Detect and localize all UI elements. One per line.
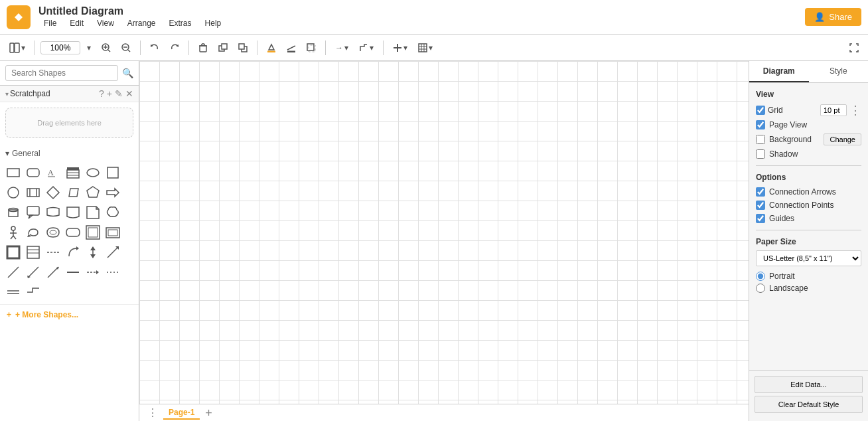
- landscape-row: Landscape: [756, 284, 861, 293]
- to-back-button[interactable]: [234, 41, 252, 55]
- shape-square[interactable]: [104, 163, 122, 182]
- tab-style[interactable]: Style: [809, 61, 869, 82]
- to-front-button[interactable]: [214, 41, 232, 55]
- table-button[interactable]: ▾: [414, 41, 437, 55]
- more-shapes-button[interactable]: + + More Shapes...: [0, 304, 139, 325]
- sidebar-toggle-button[interactable]: ▾: [5, 40, 29, 56]
- scratchpad-help-button[interactable]: ?: [99, 88, 104, 99]
- view-section-title: View: [756, 90, 861, 99]
- shape-bordered-rect[interactable]: [84, 223, 102, 242]
- background-change-button[interactable]: Change: [824, 133, 861, 145]
- menu-file[interactable]: File: [38, 17, 62, 29]
- share-button[interactable]: 👤 Share: [805, 8, 861, 26]
- zoom-level[interactable]: 100%: [40, 41, 80, 54]
- scratchpad-edit-button[interactable]: ✎: [115, 88, 123, 99]
- menu-view[interactable]: View: [92, 17, 119, 29]
- shape-diagonal-line[interactable]: [4, 263, 23, 282]
- connection-style-button[interactable]: → ▾: [331, 41, 352, 55]
- shape-arrow-right-diag[interactable]: [104, 243, 122, 262]
- bottom-bar: ⋮ Page-1 +: [139, 404, 749, 421]
- shape-stadium[interactable]: [64, 223, 82, 242]
- edit-data-button[interactable]: Edit Data...: [755, 376, 863, 393]
- portrait-radio[interactable]: [756, 272, 765, 281]
- shape-diamond[interactable]: [44, 183, 62, 202]
- clear-default-style-button[interactable]: Clear Default Style: [755, 396, 863, 413]
- search-input[interactable]: [5, 65, 118, 81]
- shape-curve-right[interactable]: [64, 243, 82, 262]
- shape-person[interactable]: [4, 223, 23, 242]
- scratchpad-close-button[interactable]: ✕: [125, 88, 133, 99]
- zoom-dropdown-button[interactable]: ▾: [83, 41, 95, 55]
- search-icon[interactable]: 🔍: [122, 68, 133, 78]
- shape-parallelogram[interactable]: [64, 183, 82, 202]
- scratchpad-collapse-arrow[interactable]: ▾: [5, 90, 9, 98]
- shape-callout[interactable]: [24, 203, 42, 222]
- shape-loop[interactable]: [24, 223, 42, 242]
- general-section-header[interactable]: ▾ General: [3, 146, 136, 161]
- paper-size-select[interactable]: US-Letter (8,5" x 11") A4 A3 Legal: [756, 250, 861, 266]
- menu-extras[interactable]: Extras: [164, 17, 197, 29]
- add-page-button[interactable]: +: [202, 407, 215, 419]
- line-color-button[interactable]: [283, 41, 300, 55]
- connection-arrows-checkbox[interactable]: [756, 187, 765, 197]
- shape-arrow-up-right[interactable]: [44, 263, 62, 282]
- shape-text[interactable]: A: [44, 163, 62, 182]
- shape-thought-bubble[interactable]: [104, 203, 122, 222]
- zoom-out-button[interactable]: [117, 41, 135, 55]
- separator3: [188, 41, 189, 55]
- shape-arrow-connector[interactable]: [84, 263, 102, 282]
- shape-inner-rect[interactable]: [104, 223, 122, 242]
- shadow-box-button[interactable]: [303, 41, 320, 55]
- shape-elbow-connector[interactable]: [24, 283, 42, 301]
- tab-diagram[interactable]: Diagram: [749, 61, 809, 82]
- insert-button[interactable]: ▾: [389, 41, 411, 55]
- shape-document[interactable]: [64, 203, 82, 222]
- shape-double-arrow-up[interactable]: [84, 243, 102, 262]
- shape-process[interactable]: [24, 183, 42, 202]
- redo-button[interactable]: [166, 41, 183, 55]
- shape-ellipse[interactable]: [84, 163, 102, 182]
- shape-table-text[interactable]: [64, 163, 82, 182]
- undo-button[interactable]: [146, 41, 163, 55]
- menu-edit[interactable]: Edit: [64, 17, 89, 29]
- shape-rounded-rect[interactable]: [24, 163, 42, 182]
- shape-right-arrow[interactable]: [104, 183, 122, 202]
- fill-color-button[interactable]: [263, 41, 280, 55]
- shape-double-line[interactable]: [4, 283, 23, 301]
- user-icon: 👤: [814, 12, 825, 22]
- shadow-box-icon: [307, 43, 316, 52]
- shape-dashed-line[interactable]: [44, 243, 62, 262]
- scratchpad-add-button[interactable]: +: [107, 88, 112, 99]
- svg-line-78: [8, 267, 19, 278]
- shape-pentagon[interactable]: [84, 183, 102, 202]
- shape-folded-doc[interactable]: [84, 203, 102, 222]
- canvas-area[interactable]: ‹ ⋮ Page-1 +: [139, 61, 749, 421]
- shape-banner[interactable]: [44, 203, 62, 222]
- fullscreen-button[interactable]: [845, 41, 863, 55]
- shape-dashed-connector[interactable]: [104, 263, 122, 282]
- page-1-tab[interactable]: Page-1: [163, 406, 200, 420]
- shape-thick-rect[interactable]: [4, 243, 23, 262]
- grid-checkbox[interactable]: [756, 106, 765, 115]
- shape-storage[interactable]: [44, 223, 62, 242]
- shape-solid-line[interactable]: [64, 263, 82, 282]
- shadow-checkbox[interactable]: [756, 149, 765, 159]
- page-view-checkbox[interactable]: [756, 120, 765, 129]
- zoom-in-button[interactable]: [98, 41, 115, 55]
- menu-help[interactable]: Help: [200, 17, 227, 29]
- connection-points-checkbox[interactable]: [756, 201, 765, 210]
- delete-button[interactable]: [194, 41, 212, 55]
- shape-circle[interactable]: [4, 183, 23, 202]
- guides-checkbox[interactable]: [756, 214, 765, 223]
- shape-cylinder[interactable]: [4, 203, 23, 222]
- grid-stepper[interactable]: ⋮: [849, 104, 861, 116]
- page-options-button[interactable]: ⋮: [145, 406, 161, 419]
- waypoints-button[interactable]: ▾: [355, 41, 378, 55]
- shape-rectangle[interactable]: [4, 163, 23, 182]
- landscape-radio[interactable]: [756, 284, 765, 293]
- grid-value-input[interactable]: [820, 104, 847, 116]
- shape-arrow-down-left[interactable]: [24, 263, 42, 282]
- shape-list[interactable]: [24, 243, 42, 262]
- background-checkbox[interactable]: [756, 135, 765, 144]
- menu-arrange[interactable]: Arrange: [122, 17, 161, 29]
